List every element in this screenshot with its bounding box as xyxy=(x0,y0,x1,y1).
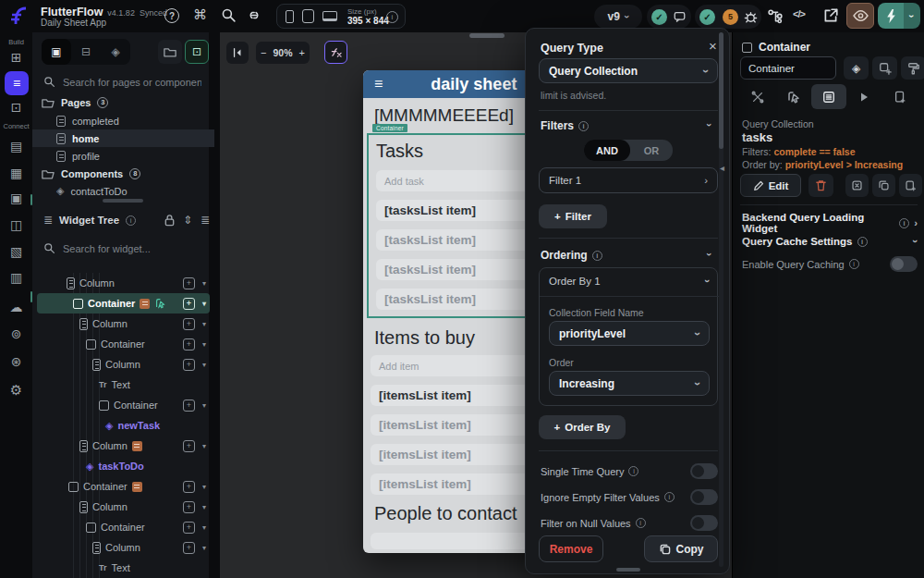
info-icon[interactable] xyxy=(664,492,675,502)
dialog-drag-handle[interactable] xyxy=(616,568,640,572)
edit-query-button[interactable]: Edit xyxy=(740,174,801,197)
cache-settings-row[interactable]: Query Cache Settings› xyxy=(742,236,918,247)
node-menu-chevron[interactable] xyxy=(202,279,206,288)
media-assets-icon[interactable]: ▣ xyxy=(0,191,32,204)
canvas-h-scrollbar[interactable] xyxy=(469,33,505,38)
size-info-icon[interactable]: i xyxy=(386,11,398,23)
branching-icon[interactable] xyxy=(767,8,784,24)
tree-node-container[interactable]: Container xyxy=(32,517,214,537)
lock-icon[interactable] xyxy=(164,214,176,227)
pages-tab-icon[interactable]: ⊟ xyxy=(71,39,101,65)
sidebar-item-profile[interactable]: profile xyxy=(32,147,214,165)
add-order-by-button[interactable]: +Order By xyxy=(539,415,626,439)
expand-tree-icon[interactable]: ⇕ xyxy=(183,214,192,227)
widget-name-input[interactable] xyxy=(740,56,836,80)
action-checks-icon[interactable]: ⊚ xyxy=(0,327,32,340)
collapse-panel-button[interactable] xyxy=(226,42,249,64)
tree-node-column[interactable]: Column xyxy=(32,497,214,517)
remove-query-button[interactable]: Remove xyxy=(539,535,603,562)
add-widget-icon[interactable] xyxy=(183,318,195,330)
collapse-tree-icon[interactable]: ≣ xyxy=(201,214,210,227)
zoom-out-button[interactable]: − xyxy=(261,47,266,58)
filters-collapse-chevron[interactable]: › xyxy=(704,123,715,127)
ignore-empty-filters-toggle[interactable] xyxy=(690,489,718,505)
zoom-level[interactable]: 90% xyxy=(273,47,292,58)
dialog-scrollbar-thumb[interactable] xyxy=(719,32,723,149)
node-menu-chevron[interactable] xyxy=(202,442,206,450)
tree-node-tasktodo-component[interactable]: taskToDo xyxy=(32,456,214,476)
help-icon[interactable]: ? xyxy=(164,8,179,23)
panel-resize-handle[interactable] xyxy=(103,199,143,203)
info-icon[interactable] xyxy=(857,237,868,247)
preview-eye-button[interactable] xyxy=(846,3,874,29)
project-name[interactable]: Daily Sheet App xyxy=(41,18,106,28)
api-calls-icon[interactable]: ⊛ xyxy=(0,355,32,368)
desktop-device-icon[interactable] xyxy=(322,11,337,21)
components-group-row[interactable]: Components 8 xyxy=(32,165,214,182)
clone-page-icon[interactable]: ⊡ xyxy=(0,101,32,114)
variables-fx-button[interactable] xyxy=(324,41,347,64)
app-bar-title[interactable]: daily sheet xyxy=(431,75,517,94)
data-schema-icon[interactable]: ▦ xyxy=(0,166,32,179)
widgets-tab-icon[interactable]: ▣ xyxy=(42,39,71,65)
app-values-icon[interactable]: ▥ xyxy=(0,271,32,284)
order-dropdown[interactable]: Increasing› xyxy=(549,371,710,396)
convert-to-component-button[interactable]: ◈ xyxy=(844,56,869,80)
tree-node-text[interactable]: Text xyxy=(32,375,214,395)
tree-node-column[interactable]: Column xyxy=(32,537,214,558)
ordering-section-header[interactable]: Ordering xyxy=(541,249,602,262)
items-heading[interactable]: Items to buy xyxy=(374,327,475,349)
add-widget-icon[interactable] xyxy=(183,542,195,554)
tree-node-newtask-component[interactable]: newTask xyxy=(32,415,214,436)
or-option[interactable]: OR xyxy=(630,145,673,156)
tree-node-container[interactable]: Container xyxy=(32,395,214,415)
query-type-dropdown[interactable]: Query Collection› xyxy=(539,58,718,83)
tab-properties-tools[interactable] xyxy=(740,84,775,109)
page-add-icon[interactable]: ⊞ xyxy=(0,51,32,64)
copy-query-button[interactable] xyxy=(872,174,895,197)
hamburger-menu-icon[interactable]: ≡ xyxy=(374,76,383,92)
sidebar-item-completed[interactable]: completed xyxy=(32,112,214,129)
node-menu-chevron[interactable] xyxy=(202,401,206,410)
integrations-icon[interactable]: ◫ xyxy=(0,218,32,231)
info-icon[interactable] xyxy=(126,215,136,226)
add-widget-icon[interactable] xyxy=(183,277,195,289)
filters-section-header[interactable]: Filters xyxy=(541,119,589,132)
ordering-collapse-chevron[interactable]: › xyxy=(704,252,715,256)
widget-search[interactable] xyxy=(43,242,201,254)
info-icon[interactable] xyxy=(849,259,859,269)
and-option-selected[interactable]: AND xyxy=(584,140,630,161)
delete-query-button[interactable] xyxy=(808,174,833,197)
node-menu-chevron[interactable] xyxy=(202,503,206,511)
single-time-query-toggle[interactable] xyxy=(690,463,718,479)
copy-query-button[interactable]: Copy xyxy=(644,535,718,562)
filter-row[interactable]: Filter 1› xyxy=(539,167,718,193)
tree-node-column[interactable]: Column xyxy=(32,314,214,334)
tree-node-container[interactable]: Container xyxy=(32,476,214,497)
add-widget-icon[interactable] xyxy=(183,440,195,452)
enable-caching-toggle[interactable] xyxy=(890,256,918,272)
cloud-functions-icon[interactable]: ☁ xyxy=(0,301,32,314)
firestore-icon[interactable]: ▤ xyxy=(0,140,32,153)
tree-node-container-selected[interactable]: Container xyxy=(37,293,210,314)
clear-cache-button[interactable] xyxy=(845,174,869,197)
panel-resize-arrow[interactable]: ◂ xyxy=(720,163,724,173)
backend-loading-row[interactable]: Backend Query Loading Widget› xyxy=(742,212,918,234)
add-widget-icon[interactable] xyxy=(183,501,195,513)
tab-test[interactable] xyxy=(846,84,881,109)
share-link-icon[interactable] xyxy=(246,7,262,23)
add-widget-icon[interactable] xyxy=(183,400,195,412)
tab-backend-query-selected[interactable] xyxy=(811,84,846,109)
tree-node-column[interactable]: Column xyxy=(32,354,214,375)
pages-search-input[interactable] xyxy=(63,77,201,88)
issues-pill[interactable]: 5 xyxy=(719,5,761,29)
add-widget-icon[interactable] xyxy=(183,522,195,534)
filter-null-values-toggle[interactable] xyxy=(690,515,718,531)
info-icon[interactable] xyxy=(578,121,589,131)
tab-documentation[interactable] xyxy=(882,84,918,109)
search-icon[interactable] xyxy=(221,7,237,23)
node-menu-chevron[interactable] xyxy=(202,483,206,491)
image-assets-icon[interactable]: ▧ xyxy=(0,245,32,258)
widget-search-input[interactable] xyxy=(63,243,201,254)
info-icon[interactable] xyxy=(636,518,646,528)
